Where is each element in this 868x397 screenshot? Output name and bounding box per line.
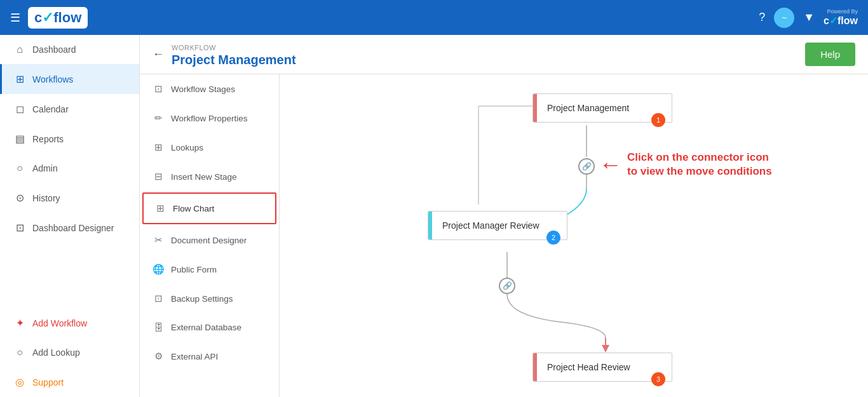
dashboard-designer-icon: ⊡ <box>13 222 26 234</box>
content-area: ← WORKFLOW Project Management Help ⊡ Wor… <box>140 35 868 397</box>
workflow-stages-icon: ⊡ <box>152 83 165 95</box>
flow-canvas: Project Management 1 🔗 ← Click on the co… <box>280 74 868 397</box>
history-icon: ⊙ <box>13 192 26 204</box>
flow-node-project-head-review: Project Head Review 3 <box>532 353 672 382</box>
public-form-icon: 🌐 <box>152 264 165 275</box>
flow-chart-icon: ⊞ <box>154 203 166 214</box>
svg-marker-6 <box>602 345 609 353</box>
main-layout: ⌂ Dashboard ⊞ Workflows ◻ Calendar ▤ Rep… <box>0 35 868 397</box>
sidebar-item-add-lookup[interactable]: ○ Add Lookup <box>0 338 139 367</box>
sidebar-item-dashboard-designer[interactable]: ⊡ Dashboard Designer <box>0 213 139 243</box>
flow-node-project-manager-review: Project Manager Review 2 <box>428 211 567 240</box>
sidebar-item-add-workflow[interactable]: ✦ Add Workflow <box>0 308 139 338</box>
sub-sidebar-backup-settings[interactable]: ⊡ Backup Settings <box>140 284 279 313</box>
support-icon: ◎ <box>13 376 26 388</box>
connector-icon-2[interactable]: 🔗 <box>499 278 515 294</box>
sub-sidebar-document-designer[interactable]: ✂ Document Designer <box>140 225 279 255</box>
page-title: Project Management <box>172 53 296 67</box>
sidebar-item-support[interactable]: ◎ Support <box>0 367 139 397</box>
help-button[interactable]: Help <box>805 43 855 66</box>
add-lookup-icon: ○ <box>13 347 26 358</box>
node-badge-3: 3 <box>651 372 665 386</box>
powered-by: Powered By c✓flow <box>824 8 858 27</box>
sidebar-item-calendar[interactable]: ◻ Calendar <box>0 94 139 124</box>
insert-new-stage-icon: ⊟ <box>152 171 165 182</box>
callout: ← Click on the connector iconto view the… <box>599 151 772 178</box>
sidebar-item-admin[interactable]: ○ Admin <box>0 154 139 183</box>
sub-sidebar-label-external-api: External API <box>171 352 218 361</box>
back-button[interactable]: ← <box>153 48 164 61</box>
sub-sidebar-external-api[interactable]: ⚙ External API <box>140 342 279 371</box>
powered-by-text: Powered By <box>824 8 858 15</box>
link-icon-2: 🔗 <box>503 281 512 290</box>
sidebar-label-support: Support <box>32 377 64 387</box>
logo-box: c✓flow <box>28 7 88 29</box>
sub-sidebar-public-form[interactable]: 🌐 Public Form <box>140 255 279 284</box>
callout-text: Click on the connector iconto view the m… <box>627 151 772 178</box>
sub-sidebar-label-lookups: Lookups <box>171 143 203 152</box>
reports-icon: ▤ <box>13 133 26 145</box>
sidebar-item-workflows[interactable]: ⊞ Workflows <box>0 64 139 94</box>
backup-settings-icon: ⊡ <box>152 293 165 304</box>
menu-icon[interactable]: ☰ <box>10 11 20 25</box>
sub-sidebar-label-document-designer: Document Designer <box>171 236 247 245</box>
external-database-icon: 🗄 <box>152 322 165 333</box>
sub-sidebar: ⊡ Workflow Stages ✏ Workflow Properties … <box>140 74 280 397</box>
sub-sidebar-label-workflow-stages: Workflow Stages <box>171 84 235 94</box>
document-designer-icon: ✂ <box>152 234 165 246</box>
link-icon: 🔗 <box>582 162 592 171</box>
sidebar-item-reports[interactable]: ▤ Reports <box>0 124 139 154</box>
avatar[interactable]: ~ <box>774 8 794 28</box>
sidebar-label-add-workflow: Add Workflow <box>32 318 87 328</box>
powered-logo: c✓flow <box>824 15 858 26</box>
lookups-icon: ⊞ <box>152 142 165 153</box>
sidebar-label-dashboard-designer: Dashboard Designer <box>32 223 114 233</box>
sub-sidebar-label-flow-chart: Flow Chart <box>173 204 214 213</box>
sidebar-label-dashboard: Dashboard <box>32 44 76 55</box>
node-badge-2: 2 <box>546 231 560 245</box>
content-row: ⊡ Workflow Stages ✏ Workflow Properties … <box>140 74 868 397</box>
sub-sidebar-lookups[interactable]: ⊞ Lookups <box>140 133 279 162</box>
dashboard-icon: ⌂ <box>13 44 26 55</box>
workflows-icon: ⊞ <box>13 73 26 85</box>
app-header: ☰ c✓flow ? ~ ▼ Powered By c✓flow <box>0 0 868 35</box>
header-right: ? ~ ▼ Powered By c✓flow <box>759 8 858 28</box>
sidebar-label-reports: Reports <box>32 134 64 144</box>
external-api-icon: ⚙ <box>152 351 165 362</box>
sidebar-label-workflows: Workflows <box>32 74 73 84</box>
left-sidebar: ⌂ Dashboard ⊞ Workflows ◻ Calendar ▤ Rep… <box>0 35 140 397</box>
sidebar-bottom: ✦ Add Workflow ○ Add Lookup ◎ Support <box>0 308 139 397</box>
chevron-down-icon[interactable]: ▼ <box>803 11 815 24</box>
connector-icon-1[interactable]: 🔗 <box>578 158 595 175</box>
sub-sidebar-workflow-properties[interactable]: ✏ Workflow Properties <box>140 104 279 133</box>
page-header-left: ← WORKFLOW Project Management <box>153 41 296 67</box>
breadcrumb-label: WORKFLOW <box>172 44 216 51</box>
callout-arrow-icon: ← <box>599 151 622 178</box>
sub-sidebar-label-external-database: External Database <box>171 323 241 332</box>
sidebar-label-calendar: Calendar <box>32 104 69 114</box>
logo-text: c✓flow <box>34 10 81 26</box>
sidebar-label-admin: Admin <box>32 163 58 173</box>
avatar-initial: ~ <box>782 13 787 23</box>
page-header: ← WORKFLOW Project Management Help <box>140 35 868 74</box>
sidebar-item-history[interactable]: ⊙ History <box>0 183 139 213</box>
sidebar-label-add-lookup: Add Lookup <box>32 347 80 358</box>
header-left: ☰ c✓flow <box>10 7 88 29</box>
sub-sidebar-label-insert-new-stage: Insert New Stage <box>171 172 237 182</box>
sidebar-label-history: History <box>32 193 60 203</box>
breadcrumb: WORKFLOW Project Management <box>172 41 296 67</box>
flow-node-project-management: Project Management 1 <box>532 93 672 123</box>
sub-sidebar-label-backup-settings: Backup Settings <box>171 294 233 304</box>
sub-sidebar-external-database[interactable]: 🗄 External Database <box>140 313 279 342</box>
sub-sidebar-label-public-form: Public Form <box>171 265 217 274</box>
sub-sidebar-workflow-stages[interactable]: ⊡ Workflow Stages <box>140 74 279 104</box>
calendar-icon: ◻ <box>13 103 26 115</box>
sub-sidebar-flow-chart[interactable]: ⊞ Flow Chart <box>142 192 276 224</box>
workflow-properties-icon: ✏ <box>152 112 165 124</box>
sidebar-item-dashboard[interactable]: ⌂ Dashboard <box>0 35 139 64</box>
admin-icon: ○ <box>13 163 26 174</box>
help-circle-icon[interactable]: ? <box>759 11 765 24</box>
node-badge-1: 1 <box>651 113 665 127</box>
sub-sidebar-label-workflow-properties: Workflow Properties <box>171 114 248 123</box>
sub-sidebar-insert-new-stage[interactable]: ⊟ Insert New Stage <box>140 162 279 191</box>
